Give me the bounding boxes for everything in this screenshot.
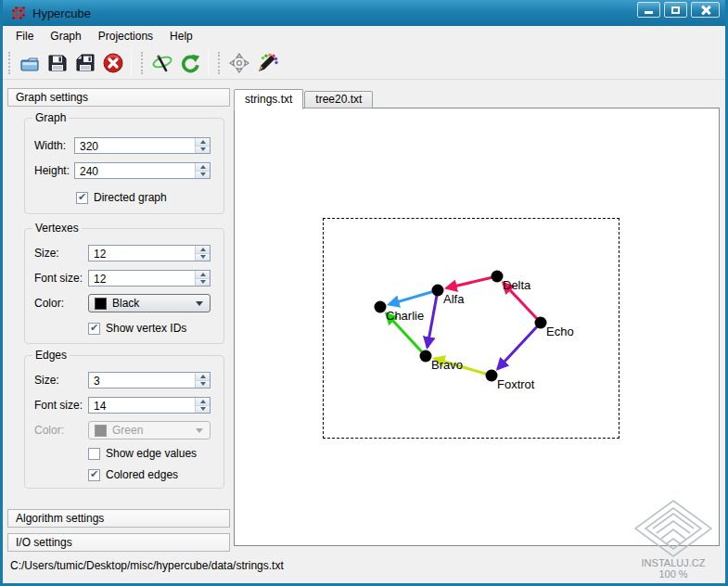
directed-graph-checkbox[interactable]: Directed graph: [76, 191, 167, 204]
tab-strings-txt[interactable]: strings.txt: [234, 89, 303, 109]
edge-colors-button[interactable]: [253, 49, 281, 77]
graph-edge: [446, 276, 497, 288]
graph-vertex[interactable]: [486, 370, 498, 382]
graph-svg[interactable]: AlfaBravoCharlieDeltaEchoFoxtrot: [324, 219, 620, 440]
tab-tree20-txt[interactable]: tree20.txt: [304, 91, 373, 108]
menu-file[interactable]: File: [7, 27, 42, 45]
stop-button[interactable]: [99, 49, 127, 77]
spin-up-icon[interactable]: [196, 398, 210, 406]
width-spin-buttons: [195, 138, 210, 153]
window-controls: [633, 0, 720, 26]
spin-down-icon[interactable]: [196, 146, 210, 154]
spin-down-icon[interactable]: [196, 172, 210, 179]
group-edges-title: Edges: [32, 349, 70, 362]
edge-color-dropdown[interactable]: Green: [88, 421, 211, 440]
edge-color-label: Color:: [34, 424, 88, 437]
graph-vertex-label: Echo: [546, 325, 574, 338]
compute-layout-button[interactable]: [148, 49, 176, 77]
width-value: 320: [75, 138, 195, 153]
graph-vertex-label: Delta: [503, 278, 531, 292]
group-edges: Edges Size: 3 Font size: 14 Color:: [24, 355, 224, 489]
watermark: INSTALUJ.CZ 100 %: [629, 500, 718, 580]
vertex-size-spinbox[interactable]: 12: [88, 245, 211, 261]
edge-font-size-spinbox[interactable]: 14: [88, 397, 211, 414]
edge-font-size-label: Font size:: [34, 399, 88, 412]
close-button[interactable]: [691, 2, 720, 18]
edge-size-label: Size:: [34, 374, 88, 387]
group-vertexes-title: Vertexes: [32, 222, 82, 235]
maximize-button[interactable]: [664, 2, 687, 18]
tabbar: strings.txt tree20.txt: [234, 88, 373, 108]
vertex-size-label: Size:: [34, 247, 88, 260]
graph-vertex[interactable]: [375, 301, 387, 313]
vertex-color-label: Color:: [34, 297, 88, 310]
vertex-font-size-value: 12: [89, 271, 195, 286]
menubar: File Graph Projections Help: [3, 26, 725, 46]
graph-page-boundary[interactable]: AlfaBravoCharlieDeltaEchoFoxtrot: [323, 218, 619, 439]
refresh-icon: [179, 52, 201, 74]
section-algorithm-settings[interactable]: Algorithm settings: [7, 509, 230, 528]
graph-vertex[interactable]: [492, 271, 504, 283]
toolbar-drag-handle[interactable]: [141, 52, 145, 74]
window-body: Hypercube File Graph Projections Help: [3, 0, 725, 583]
minimize-button[interactable]: [637, 2, 660, 18]
toolbar-separator: [208, 50, 209, 76]
graph-edge: [428, 290, 438, 348]
graph-vertex-label: Bravo: [431, 358, 463, 372]
checkbox-icon: [88, 448, 100, 460]
spin-down-icon[interactable]: [196, 254, 210, 261]
vertex-font-size-label: Font size:: [34, 272, 88, 285]
graph-vertex[interactable]: [535, 317, 547, 329]
toolbar-drag-handle[interactable]: [8, 52, 12, 74]
menu-graph[interactable]: Graph: [42, 27, 89, 45]
show-vertex-ids-checkbox[interactable]: Show vertex IDs: [88, 322, 186, 335]
menu-projections[interactable]: Projections: [90, 27, 161, 45]
graph-vertex[interactable]: [420, 350, 432, 363]
vertex-font-size-spinbox[interactable]: 12: [88, 270, 211, 287]
window-title: Hypercube: [32, 6, 91, 20]
move-mode-button[interactable]: [225, 49, 253, 77]
width-label: Width:: [34, 139, 74, 152]
toolbar: [3, 46, 725, 80]
graph-vertex-label: Foxtrot: [497, 377, 535, 391]
reload-button[interactable]: [176, 49, 204, 77]
installuj-logo-icon: [634, 500, 712, 557]
edge-color-value: Green: [112, 424, 143, 437]
section-graph-settings[interactable]: Graph settings: [7, 88, 230, 107]
app-window: Hypercube File Graph Projections Help: [0, 0, 728, 586]
spin-down-icon[interactable]: [196, 406, 210, 414]
show-edge-values-checkbox[interactable]: Show edge values: [88, 447, 197, 460]
spin-up-icon[interactable]: [196, 271, 210, 279]
titlebar: Hypercube: [3, 0, 725, 26]
save-button[interactable]: [44, 49, 71, 77]
graph-vertex-label: Charlie: [386, 309, 424, 323]
spin-up-icon[interactable]: [196, 138, 210, 146]
vertex-size-value: 12: [89, 246, 195, 261]
group-graph: Graph Width: 320 Height: 240: [24, 118, 224, 214]
maximize-icon: [671, 6, 680, 14]
section-io-settings[interactable]: I/O settings: [7, 533, 230, 552]
watermark-line1: INSTALUJ.CZ: [629, 557, 718, 568]
save-as-button[interactable]: [71, 49, 99, 77]
graph-view[interactable]: AlfaBravoCharlieDeltaEchoFoxtrot: [234, 108, 720, 546]
spin-up-icon[interactable]: [196, 373, 210, 381]
menu-help[interactable]: Help: [161, 27, 201, 45]
spin-down-icon[interactable]: [196, 279, 210, 287]
graph-vertex[interactable]: [432, 285, 444, 297]
edge-size-spinbox[interactable]: 3: [88, 372, 211, 389]
vertex-color-dropdown[interactable]: Black: [88, 294, 211, 312]
spin-up-icon[interactable]: [196, 246, 210, 254]
width-spinbox[interactable]: 320: [74, 137, 211, 154]
spin-up-icon[interactable]: [196, 163, 210, 172]
open-button[interactable]: [16, 49, 44, 77]
height-spinbox[interactable]: 240: [74, 162, 211, 179]
height-spin-buttons: [195, 163, 210, 178]
watermark-line2: 100 %: [629, 568, 718, 580]
toolbar-drag-handle[interactable]: [218, 52, 222, 74]
spin-down-icon[interactable]: [196, 381, 210, 389]
colored-edges-checkbox[interactable]: Colored edges: [88, 468, 178, 481]
height-label: Height:: [34, 164, 74, 177]
close-icon: [701, 6, 710, 15]
toolbar-separator: [131, 50, 132, 76]
open-icon: [19, 52, 41, 74]
